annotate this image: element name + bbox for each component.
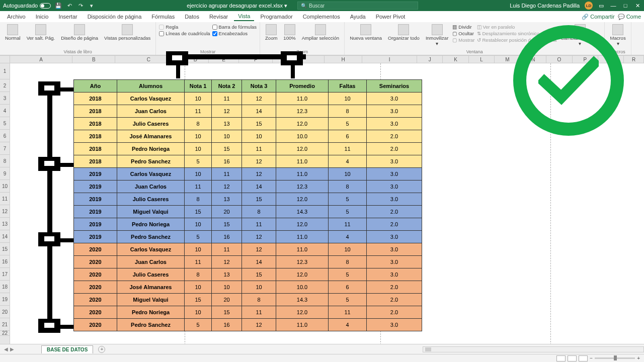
table-row[interactable]: 2018Pedro Sanchez5161211.043.0 bbox=[74, 155, 422, 168]
gridlines-checkbox[interactable]: Líneas de cuadrícula bbox=[159, 31, 210, 36]
cell[interactable]: 12.0 bbox=[276, 218, 329, 231]
horizontal-scrollbar[interactable] bbox=[423, 346, 644, 352]
col-B[interactable]: B bbox=[72, 56, 115, 63]
tab-addins[interactable]: Complementos bbox=[299, 13, 344, 21]
cell[interactable]: 3.0 bbox=[367, 319, 422, 331]
cell[interactable]: Carlos Vasquez bbox=[117, 93, 185, 105]
cell[interactable]: 8 bbox=[329, 105, 367, 118]
cell[interactable]: 2020 bbox=[74, 306, 117, 319]
cell[interactable]: 5 bbox=[185, 319, 212, 331]
zoom-100-button[interactable]: 100% bbox=[281, 23, 297, 42]
table-row[interactable]: 2019Julio Caseres8131512.053.0 bbox=[74, 193, 422, 206]
cell[interactable]: 8 bbox=[242, 206, 276, 218]
cell[interactable]: 13 bbox=[212, 268, 242, 281]
row-6[interactable]: 6 bbox=[0, 130, 10, 142]
cell[interactable]: 11 bbox=[185, 256, 212, 268]
cell[interactable]: 5 bbox=[329, 193, 367, 206]
cell[interactable]: 11 bbox=[212, 168, 242, 180]
col-R[interactable]: R bbox=[624, 56, 644, 63]
cell[interactable]: 10.0 bbox=[276, 130, 329, 143]
table-row[interactable]: 2019Miguel Valqui1520814.352.0 bbox=[74, 206, 422, 218]
cell[interactable]: 15 bbox=[212, 218, 242, 231]
zoom-selection-button[interactable]: Ampliar selección bbox=[300, 23, 341, 42]
cell[interactable]: 11 bbox=[242, 306, 276, 319]
cell[interactable]: 5 bbox=[185, 231, 212, 243]
row-4[interactable]: 4 bbox=[0, 105, 10, 117]
cell[interactable]: Pedro Noriega bbox=[117, 306, 185, 319]
cell[interactable]: 15 bbox=[212, 306, 242, 319]
col-A[interactable]: A bbox=[10, 56, 73, 63]
add-sheet-button[interactable]: + bbox=[98, 346, 105, 353]
cell[interactable]: 12 bbox=[242, 243, 276, 256]
share-button[interactable]: 🔗 Compartir bbox=[582, 14, 614, 20]
row-1[interactable]: 1 bbox=[0, 63, 10, 79]
pagelayout-view-button[interactable]: Diseño de página bbox=[59, 23, 100, 42]
cell[interactable]: 8 bbox=[242, 294, 276, 306]
cell[interactable]: 11.0 bbox=[276, 93, 329, 105]
cell[interactable]: 8 bbox=[329, 256, 367, 268]
row-11[interactable]: 11 bbox=[0, 193, 10, 205]
autosave-toggle[interactable]: Autoguardado bbox=[3, 3, 51, 9]
row-21[interactable]: 21 bbox=[0, 318, 10, 331]
qat-dropdown-icon[interactable]: ▾ bbox=[88, 2, 95, 9]
cell[interactable]: 11.0 bbox=[276, 243, 329, 256]
table-row[interactable]: 2018Pedro Noriega10151112.0112.0 bbox=[74, 143, 422, 155]
ribbon-options-icon[interactable]: ▭ bbox=[598, 2, 605, 9]
cell[interactable]: Julio Caseres bbox=[117, 193, 185, 206]
cell[interactable]: 10 bbox=[329, 93, 367, 105]
search-input[interactable]: 🔍 Buscar bbox=[297, 2, 418, 10]
cell[interactable]: 2.0 bbox=[367, 143, 422, 155]
headings-checkbox[interactable]: Encabezados bbox=[212, 31, 257, 36]
close-icon[interactable]: ✕ bbox=[634, 2, 641, 9]
outline-toggle-top-left[interactable] bbox=[166, 51, 188, 65]
cell[interactable]: 3.0 bbox=[367, 180, 422, 193]
row-19[interactable]: 19 bbox=[0, 293, 10, 306]
cell[interactable]: 15 bbox=[185, 294, 212, 306]
row-20[interactable]: 20 bbox=[0, 306, 10, 318]
cell[interactable]: 2019 bbox=[74, 193, 117, 206]
col-K[interactable]: K bbox=[443, 56, 468, 63]
maximize-icon[interactable]: □ bbox=[622, 2, 629, 9]
cell[interactable]: Juan Carlos bbox=[117, 180, 185, 193]
outline-toggle-2019-end[interactable] bbox=[38, 232, 60, 246]
zoom-out-icon[interactable]: − bbox=[590, 355, 593, 361]
cell[interactable]: 2.0 bbox=[367, 218, 422, 231]
cell[interactable]: 13 bbox=[212, 118, 242, 130]
cell[interactable]: 3.0 bbox=[367, 231, 422, 243]
cell[interactable]: 2018 bbox=[74, 93, 117, 105]
cell[interactable]: 3.0 bbox=[367, 268, 422, 281]
cell[interactable]: 11.0 bbox=[276, 155, 329, 168]
cell[interactable]: 10 bbox=[185, 306, 212, 319]
cell[interactable]: 3.0 bbox=[367, 256, 422, 268]
cell[interactable]: 2020 bbox=[74, 319, 117, 331]
tab-powerpivot[interactable]: Power Pivot bbox=[372, 13, 410, 21]
formulabar-checkbox[interactable]: Barra de fórmulas bbox=[212, 24, 257, 30]
cell[interactable]: 6 bbox=[329, 281, 367, 294]
table-row[interactable]: 2019Juan Carlos11121412.383.0 bbox=[74, 180, 422, 193]
cell[interactable]: 2020 bbox=[74, 256, 117, 268]
row-13[interactable]: 13 bbox=[0, 218, 10, 230]
row-18[interactable]: 18 bbox=[0, 281, 10, 293]
cell[interactable]: José Almanares bbox=[117, 130, 185, 143]
cell[interactable]: 10 bbox=[242, 281, 276, 294]
col-L[interactable]: L bbox=[469, 56, 495, 63]
zoom-button[interactable]: Zoom bbox=[263, 23, 279, 42]
cell[interactable]: 2019 bbox=[74, 218, 117, 231]
tab-home[interactable]: Inicio bbox=[32, 13, 53, 21]
table-row[interactable]: 2019Pedro Noriega10151112.0112.0 bbox=[74, 218, 422, 231]
cell[interactable]: 2018 bbox=[74, 155, 117, 168]
new-window-button[interactable]: Nueva ventana bbox=[348, 23, 384, 42]
table-row[interactable]: 2019Pedro Sanchez5161211.043.0 bbox=[74, 231, 422, 243]
cell[interactable]: 14.3 bbox=[276, 294, 329, 306]
cell[interactable]: 10 bbox=[212, 130, 242, 143]
zoom-in-icon[interactable]: + bbox=[637, 355, 640, 361]
cell[interactable]: 5 bbox=[329, 118, 367, 130]
cell[interactable]: 10 bbox=[185, 168, 212, 180]
cell[interactable]: 12.0 bbox=[276, 143, 329, 155]
comments-button[interactable]: 💬 Come bbox=[618, 14, 641, 20]
cell[interactable]: 11 bbox=[242, 218, 276, 231]
arrange-all-button[interactable]: Organizar todo bbox=[386, 23, 422, 42]
redo-icon[interactable]: ↷ bbox=[77, 2, 84, 9]
cell[interactable]: 3.0 bbox=[367, 93, 422, 105]
table-row[interactable]: 2020Carlos Vasquez10111211.0103.0 bbox=[74, 243, 422, 256]
